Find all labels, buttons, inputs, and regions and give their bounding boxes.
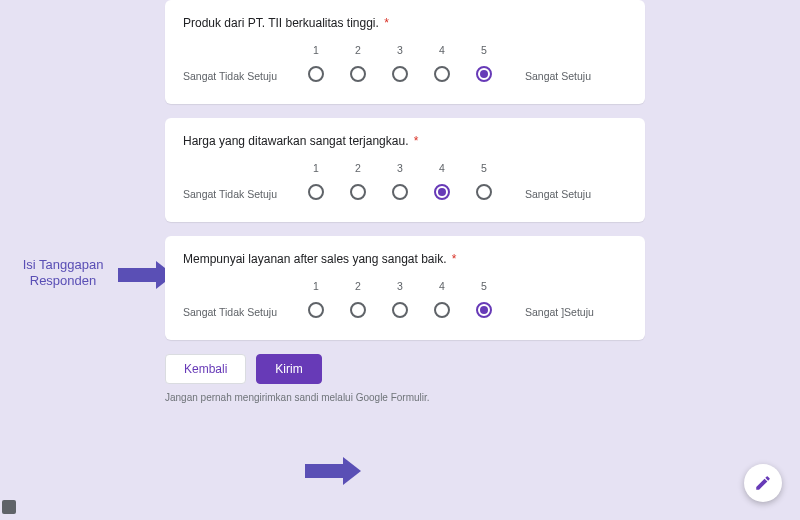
radio-4[interactable] bbox=[434, 66, 450, 82]
radio-2[interactable] bbox=[350, 184, 366, 200]
page: Isi Tanggapan Responden Produk dari PT. … bbox=[0, 0, 800, 520]
scale-numbers-row: 1 2 3 4 5 bbox=[183, 44, 627, 56]
likert-scale: 1 2 3 4 5 Sangat Tidak Setuju bbox=[183, 162, 627, 204]
question-text: Produk dari PT. TII berkualitas tinggi. bbox=[183, 16, 379, 30]
radio-1[interactable] bbox=[308, 184, 324, 200]
likert-scale: 1 2 3 4 5 Sangat Tidak Setuju bbox=[183, 44, 627, 86]
annotation-label: Isi Tanggapan Responden bbox=[8, 257, 118, 290]
question-title: Mempunyai layanan after sales yang sanga… bbox=[183, 252, 627, 266]
question-card: Harga yang ditawarkan sangat terjangkau.… bbox=[165, 118, 645, 222]
required-mark: * bbox=[452, 252, 457, 266]
radio-1[interactable] bbox=[308, 66, 324, 82]
scale-num: 5 bbox=[474, 162, 494, 174]
radio-4[interactable] bbox=[434, 184, 450, 200]
disclaimer-text: Jangan pernah mengirimkan sandi melalui … bbox=[165, 392, 645, 403]
radio-5[interactable] bbox=[476, 302, 492, 318]
question-card: Produk dari PT. TII berkualitas tinggi. … bbox=[165, 0, 645, 104]
radio-3[interactable] bbox=[392, 302, 408, 318]
scale-num: 4 bbox=[432, 280, 452, 292]
back-button[interactable]: Kembali bbox=[165, 354, 246, 384]
radio-2[interactable] bbox=[350, 66, 366, 82]
scale-num: 5 bbox=[474, 280, 494, 292]
question-title: Harga yang ditawarkan sangat terjangkau.… bbox=[183, 134, 627, 148]
required-mark: * bbox=[384, 16, 389, 30]
scale-num: 2 bbox=[348, 162, 368, 174]
question-text: Harga yang ditawarkan sangat terjangkau. bbox=[183, 134, 408, 148]
scale-num: 4 bbox=[432, 44, 452, 56]
right-anchor: Sangat Setuju bbox=[515, 70, 627, 82]
form-actions: Kembali Kirim bbox=[165, 354, 645, 384]
left-anchor: Sangat Tidak Setuju bbox=[183, 70, 285, 82]
question-title: Produk dari PT. TII berkualitas tinggi. … bbox=[183, 16, 627, 30]
likert-scale: 1 2 3 4 5 Sangat Tidak Setuju bbox=[183, 280, 627, 322]
scale-num: 3 bbox=[390, 44, 410, 56]
radio-5[interactable] bbox=[476, 66, 492, 82]
scale-num: 1 bbox=[306, 44, 326, 56]
annotation-line1: Isi Tanggapan bbox=[8, 257, 118, 273]
question-card: Mempunyai layanan after sales yang sanga… bbox=[165, 236, 645, 340]
left-anchor: Sangat Tidak Setuju bbox=[183, 306, 285, 318]
submit-button[interactable]: Kirim bbox=[256, 354, 321, 384]
scale-num: 2 bbox=[348, 44, 368, 56]
required-mark: * bbox=[414, 134, 419, 148]
right-anchor: Sangat Setuju bbox=[515, 188, 627, 200]
scale-num: 1 bbox=[306, 280, 326, 292]
radio-3[interactable] bbox=[392, 184, 408, 200]
radio-1[interactable] bbox=[308, 302, 324, 318]
annotation-line2: Responden bbox=[8, 273, 118, 289]
edit-fab[interactable] bbox=[744, 464, 782, 502]
scale-num: 3 bbox=[390, 280, 410, 292]
scale-num: 4 bbox=[432, 162, 452, 174]
scale-num: 5 bbox=[474, 44, 494, 56]
form-column: Produk dari PT. TII berkualitas tinggi. … bbox=[165, 0, 645, 403]
scale-num: 3 bbox=[390, 162, 410, 174]
radio-3[interactable] bbox=[392, 66, 408, 82]
radio-4[interactable] bbox=[434, 302, 450, 318]
scale-num: 2 bbox=[348, 280, 368, 292]
radio-5[interactable] bbox=[476, 184, 492, 200]
right-anchor: Sangat ]Setuju bbox=[515, 306, 627, 318]
pencil-icon bbox=[754, 474, 772, 492]
question-text: Mempunyai layanan after sales yang sanga… bbox=[183, 252, 447, 266]
radio-2[interactable] bbox=[350, 302, 366, 318]
scale-num: 1 bbox=[306, 162, 326, 174]
report-icon[interactable] bbox=[2, 500, 16, 514]
scale-radios-row: Sangat Tidak Setuju Sangat Setuju bbox=[183, 66, 627, 86]
left-anchor: Sangat Tidak Setuju bbox=[183, 188, 285, 200]
